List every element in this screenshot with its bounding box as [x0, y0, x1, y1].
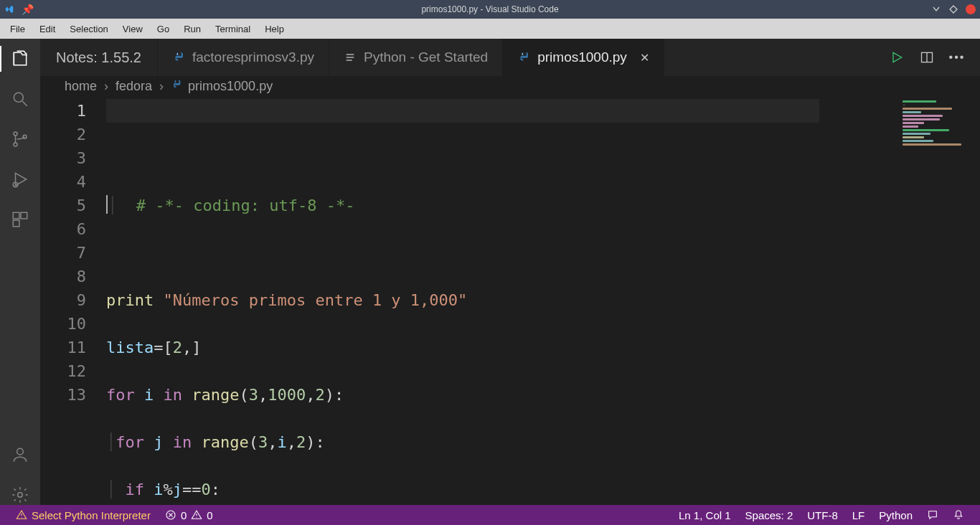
svg-point-8 [17, 448, 24, 455]
svg-point-10 [177, 53, 178, 54]
activity-bar [0, 39, 40, 505]
activity-explorer[interactable] [10, 49, 30, 69]
code-token: 3 [249, 386, 258, 404]
svg-point-2 [14, 143, 17, 146]
tab-label: factoresprimosv3.py [192, 49, 314, 65]
tab-primos1000[interactable]: primos1000.py ✕ [503, 39, 664, 76]
breadcrumb-segment[interactable]: fedora [116, 79, 152, 94]
tab-label: primos1000.py [537, 49, 627, 65]
menu-selection[interactable]: Selection [62, 21, 115, 37]
code-token: j [173, 481, 182, 498]
breadcrumb-file[interactable]: primos1000.py [171, 79, 273, 94]
line-number: 12 [40, 359, 86, 383]
line-number: 1 [40, 99, 86, 123]
code-token: print [106, 291, 154, 309]
tab-factoresprimosv3[interactable]: factoresprimosv3.py [158, 39, 329, 76]
split-editor-button[interactable] [920, 50, 934, 65]
activity-source-control[interactable] [10, 129, 30, 149]
vscode-icon [4, 4, 14, 14]
code-token: 3 [258, 433, 268, 451]
code-token: if [126, 481, 145, 498]
line-number: 8 [40, 265, 86, 288]
menu-file[interactable]: File [3, 21, 32, 37]
document-icon [344, 51, 357, 64]
code-token: 2 [315, 386, 324, 404]
code-content[interactable]: │ # -*- coding: utf-8 -*- print "Números… [106, 96, 898, 505]
menu-terminal[interactable]: Terminal [208, 21, 258, 37]
run-button[interactable] [890, 50, 904, 65]
minimap[interactable] [898, 96, 969, 505]
code-token: 2 [296, 433, 306, 451]
chevron-right-icon: › [159, 79, 164, 94]
status-notifications[interactable] [946, 509, 971, 521]
line-number: 5 [40, 194, 86, 217]
code-token: == [182, 481, 202, 498]
svg-rect-6 [21, 212, 27, 219]
code-token: "Números primos entre 1 y 1,000" [163, 291, 467, 309]
svg-point-0 [14, 93, 23, 102]
tab-python-get-started[interactable]: Python - Get Started [329, 39, 503, 76]
code-token: i [154, 481, 163, 498]
svg-point-9 [18, 493, 23, 498]
close-icon[interactable]: ✕ [640, 51, 649, 65]
tab-release-notes[interactable]: Notes: 1.55.2 [40, 39, 158, 76]
window-titlebar: 📌 primos1000.py - Visual Studio Code [0, 0, 980, 19]
window-close-button[interactable] [966, 4, 976, 14]
menubar: File Edit Selection View Go Run Terminal… [0, 19, 980, 39]
activity-search[interactable] [10, 89, 30, 109]
chevron-right-icon: › [104, 79, 108, 94]
status-feedback[interactable] [920, 509, 946, 521]
vertical-scrollbar[interactable] [969, 96, 980, 505]
menu-run[interactable]: Run [176, 21, 208, 37]
line-number: 13 [40, 383, 86, 407]
window-maximize-button[interactable] [948, 4, 958, 14]
tab-label: Python - Get Started [364, 49, 488, 65]
code-token: i [277, 433, 286, 451]
code-token: range [192, 386, 239, 404]
python-icon [171, 79, 182, 94]
tab-label: Notes: 1.55.2 [56, 49, 141, 66]
code-token: 1000 [268, 386, 306, 404]
activity-extensions[interactable] [10, 209, 30, 230]
line-number: 7 [40, 241, 86, 265]
line-number: 6 [40, 217, 86, 241]
menu-view[interactable]: View [116, 21, 150, 37]
window-title: primos1000.py - Visual Studio Code [0, 4, 980, 14]
pin-icon[interactable]: 📌 [22, 4, 34, 15]
code-token: # -*- coding: utf-8 -*- [136, 197, 355, 214]
code-token: range [202, 433, 249, 451]
menu-help[interactable]: Help [258, 21, 291, 37]
line-number: 9 [40, 288, 86, 312]
more-actions-button[interactable]: ••• [950, 50, 964, 65]
editor-tabs: Notes: 1.55.2 factoresprimosv3.py Python… [40, 39, 980, 76]
code-token: lista [106, 339, 154, 356]
menu-edit[interactable]: Edit [32, 21, 62, 37]
line-number: 2 [40, 123, 86, 146]
menu-go[interactable]: Go [150, 21, 176, 37]
activity-accounts[interactable] [10, 445, 30, 465]
svg-rect-7 [13, 220, 19, 227]
code-token: 2 [173, 339, 182, 356]
activity-settings[interactable] [10, 485, 30, 505]
breadcrumb-segment[interactable]: home [65, 79, 97, 94]
line-number-gutter: 1 2 3 4 5 6 7 8 9 10 11 12 13 [40, 96, 106, 505]
window-minimize-button[interactable] [931, 4, 941, 14]
code-token: i [144, 386, 154, 404]
code-token: % [164, 481, 173, 498]
line-number: 3 [40, 146, 86, 170]
activity-run-debug[interactable] [10, 169, 30, 189]
python-icon [172, 51, 185, 64]
python-icon [517, 51, 530, 64]
svg-point-11 [522, 53, 523, 54]
breadcrumb[interactable]: home › fedora › primos1000.py [40, 76, 980, 96]
line-number: 11 [40, 336, 86, 359]
code-token: j [154, 433, 163, 451]
line-number: 10 [40, 312, 86, 336]
code-token: for [106, 386, 135, 404]
editor-area[interactable]: 1 2 3 4 5 6 7 8 9 10 11 12 13 │ # -*- c [40, 96, 980, 505]
code-token: in [173, 433, 192, 451]
code-token: 0 [202, 481, 211, 498]
line-number: 4 [40, 170, 86, 194]
breadcrumb-file-label: primos1000.py [188, 79, 273, 94]
svg-point-1 [14, 132, 17, 136]
